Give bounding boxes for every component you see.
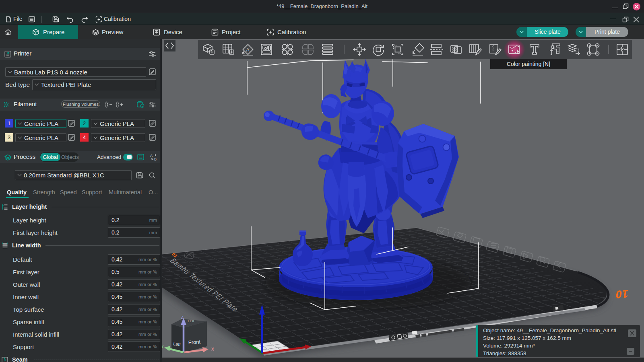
svg-text:Front: Front	[188, 339, 200, 346]
svg-text:1 2 0: 1 2 0	[188, 319, 194, 323]
svg-text:Left: Left	[173, 341, 181, 347]
svg-text:A: A	[246, 47, 250, 53]
svg-text:10: 10	[615, 288, 629, 301]
svg-text:A: A	[150, 154, 153, 158]
svg-text:z: z	[181, 314, 184, 320]
svg-text:B: B	[154, 157, 157, 161]
svg-text:x: x	[211, 346, 214, 352]
